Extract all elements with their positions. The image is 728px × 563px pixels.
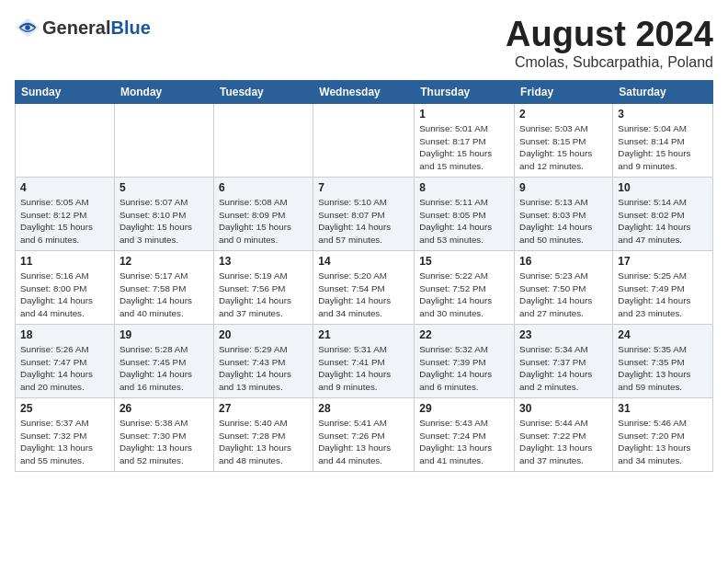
day-number: 17 <box>618 255 708 268</box>
day-info: Sunrise: 5:14 AM Sunset: 8:02 PM Dayligh… <box>618 196 708 247</box>
calendar-cell: 1Sunrise: 5:01 AM Sunset: 8:17 PM Daylig… <box>415 104 515 178</box>
day-number: 29 <box>419 402 509 415</box>
calendar-cell: 29Sunrise: 5:43 AM Sunset: 7:24 PM Dayli… <box>415 398 515 472</box>
day-number: 1 <box>419 108 509 121</box>
calendar-cell <box>16 104 115 178</box>
weekday-header: Saturday <box>613 81 713 104</box>
calendar-table: SundayMondayTuesdayWednesdayThursdayFrid… <box>15 80 713 472</box>
day-info: Sunrise: 5:32 AM Sunset: 7:39 PM Dayligh… <box>419 343 509 394</box>
day-info: Sunrise: 5:29 AM Sunset: 7:43 PM Dayligh… <box>219 343 308 394</box>
weekday-header: Thursday <box>415 81 515 104</box>
weekday-header: Tuesday <box>213 81 313 104</box>
calendar-week-row: 4Sunrise: 5:05 AM Sunset: 8:12 PM Daylig… <box>16 178 713 251</box>
day-number: 16 <box>519 255 608 268</box>
day-number: 23 <box>519 328 608 341</box>
calendar-cell: 25Sunrise: 5:37 AM Sunset: 7:32 PM Dayli… <box>16 398 115 472</box>
day-info: Sunrise: 5:26 AM Sunset: 7:47 PM Dayligh… <box>20 343 109 394</box>
day-number: 7 <box>318 181 409 194</box>
day-number: 8 <box>419 181 509 194</box>
day-info: Sunrise: 5:35 AM Sunset: 7:35 PM Dayligh… <box>618 343 708 394</box>
calendar-cell: 6Sunrise: 5:08 AM Sunset: 8:09 PM Daylig… <box>213 178 313 251</box>
day-info: Sunrise: 5:08 AM Sunset: 8:09 PM Dayligh… <box>219 196 308 247</box>
month-title: August 2024 <box>506 15 713 54</box>
day-info: Sunrise: 5:11 AM Sunset: 8:05 PM Dayligh… <box>419 196 509 247</box>
calendar-week-row: 25Sunrise: 5:37 AM Sunset: 7:32 PM Dayli… <box>16 398 713 472</box>
logo-blue-text: Blue <box>110 17 150 39</box>
day-info: Sunrise: 5:03 AM Sunset: 8:15 PM Dayligh… <box>519 122 608 173</box>
day-info: Sunrise: 5:25 AM Sunset: 7:49 PM Dayligh… <box>618 270 708 320</box>
day-number: 26 <box>119 402 209 415</box>
day-number: 14 <box>318 255 409 268</box>
day-number: 18 <box>20 328 109 341</box>
weekday-header: Monday <box>114 81 213 104</box>
calendar-cell: 7Sunrise: 5:10 AM Sunset: 8:07 PM Daylig… <box>313 178 415 251</box>
day-number: 30 <box>519 402 608 415</box>
day-info: Sunrise: 5:41 AM Sunset: 7:26 PM Dayligh… <box>318 417 409 467</box>
day-number: 12 <box>119 255 209 268</box>
calendar-week-row: 1Sunrise: 5:01 AM Sunset: 8:17 PM Daylig… <box>16 104 713 178</box>
calendar-cell: 9Sunrise: 5:13 AM Sunset: 8:03 PM Daylig… <box>515 178 613 251</box>
day-info: Sunrise: 5:23 AM Sunset: 7:50 PM Dayligh… <box>519 270 608 320</box>
calendar-week-row: 11Sunrise: 5:16 AM Sunset: 8:00 PM Dayli… <box>16 251 713 325</box>
calendar-cell: 18Sunrise: 5:26 AM Sunset: 7:47 PM Dayli… <box>16 325 115 398</box>
day-number: 13 <box>219 255 308 268</box>
day-info: Sunrise: 5:10 AM Sunset: 8:07 PM Dayligh… <box>318 196 409 247</box>
day-info: Sunrise: 5:40 AM Sunset: 7:28 PM Dayligh… <box>219 417 308 467</box>
calendar-cell: 27Sunrise: 5:40 AM Sunset: 7:28 PM Dayli… <box>213 398 313 472</box>
day-number: 3 <box>618 108 708 121</box>
day-number: 6 <box>219 181 308 194</box>
day-info: Sunrise: 5:28 AM Sunset: 7:45 PM Dayligh… <box>119 343 209 394</box>
calendar-cell: 3Sunrise: 5:04 AM Sunset: 8:14 PM Daylig… <box>613 104 713 178</box>
calendar-cell: 28Sunrise: 5:41 AM Sunset: 7:26 PM Dayli… <box>313 398 415 472</box>
weekday-header: Sunday <box>16 81 115 104</box>
calendar-cell: 24Sunrise: 5:35 AM Sunset: 7:35 PM Dayli… <box>613 325 713 398</box>
calendar-cell: 16Sunrise: 5:23 AM Sunset: 7:50 PM Dayli… <box>515 251 613 325</box>
day-number: 11 <box>20 255 109 268</box>
day-info: Sunrise: 5:46 AM Sunset: 7:20 PM Dayligh… <box>618 417 708 467</box>
day-info: Sunrise: 5:43 AM Sunset: 7:24 PM Dayligh… <box>419 417 509 467</box>
calendar-cell: 8Sunrise: 5:11 AM Sunset: 8:05 PM Daylig… <box>415 178 515 251</box>
day-info: Sunrise: 5:07 AM Sunset: 8:10 PM Dayligh… <box>119 196 209 247</box>
day-info: Sunrise: 5:01 AM Sunset: 8:17 PM Dayligh… <box>419 122 509 173</box>
calendar-cell: 2Sunrise: 5:03 AM Sunset: 8:15 PM Daylig… <box>515 104 613 178</box>
calendar-cell: 5Sunrise: 5:07 AM Sunset: 8:10 PM Daylig… <box>114 178 213 251</box>
page-header: General Blue August 2024 Cmolas, Subcarp… <box>15 15 713 71</box>
day-info: Sunrise: 5:34 AM Sunset: 7:37 PM Dayligh… <box>519 343 608 394</box>
day-number: 20 <box>219 328 308 341</box>
day-info: Sunrise: 5:44 AM Sunset: 7:22 PM Dayligh… <box>519 417 608 467</box>
calendar-cell: 10Sunrise: 5:14 AM Sunset: 8:02 PM Dayli… <box>613 178 713 251</box>
calendar-cell <box>114 104 213 178</box>
day-info: Sunrise: 5:20 AM Sunset: 7:54 PM Dayligh… <box>318 270 409 320</box>
day-number: 5 <box>119 181 209 194</box>
day-number: 28 <box>318 402 409 415</box>
calendar-cell: 13Sunrise: 5:19 AM Sunset: 7:56 PM Dayli… <box>213 251 313 325</box>
calendar-cell: 21Sunrise: 5:31 AM Sunset: 7:41 PM Dayli… <box>313 325 415 398</box>
calendar-week-row: 18Sunrise: 5:26 AM Sunset: 7:47 PM Dayli… <box>16 325 713 398</box>
calendar-cell: 14Sunrise: 5:20 AM Sunset: 7:54 PM Dayli… <box>313 251 415 325</box>
weekday-header: Wednesday <box>313 81 415 104</box>
calendar-cell <box>213 104 313 178</box>
calendar-cell: 22Sunrise: 5:32 AM Sunset: 7:39 PM Dayli… <box>415 325 515 398</box>
calendar-cell: 12Sunrise: 5:17 AM Sunset: 7:58 PM Dayli… <box>114 251 213 325</box>
logo: General Blue <box>15 15 151 40</box>
calendar-cell: 31Sunrise: 5:46 AM Sunset: 7:20 PM Dayli… <box>613 398 713 472</box>
calendar-cell: 17Sunrise: 5:25 AM Sunset: 7:49 PM Dayli… <box>613 251 713 325</box>
logo-general-text: General <box>42 17 110 39</box>
day-number: 22 <box>419 328 509 341</box>
day-info: Sunrise: 5:22 AM Sunset: 7:52 PM Dayligh… <box>419 270 509 320</box>
day-number: 9 <box>519 181 608 194</box>
day-info: Sunrise: 5:05 AM Sunset: 8:12 PM Dayligh… <box>20 196 109 247</box>
day-number: 2 <box>519 108 608 121</box>
day-number: 15 <box>419 255 509 268</box>
day-number: 4 <box>20 181 109 194</box>
weekday-header: Friday <box>515 81 613 104</box>
logo-icon <box>15 15 40 40</box>
day-number: 10 <box>618 181 708 194</box>
calendar-cell: 23Sunrise: 5:34 AM Sunset: 7:37 PM Dayli… <box>515 325 613 398</box>
calendar-cell: 26Sunrise: 5:38 AM Sunset: 7:30 PM Dayli… <box>114 398 213 472</box>
location-subtitle: Cmolas, Subcarpathia, Poland <box>506 54 713 71</box>
day-info: Sunrise: 5:38 AM Sunset: 7:30 PM Dayligh… <box>119 417 209 467</box>
day-info: Sunrise: 5:16 AM Sunset: 8:00 PM Dayligh… <box>20 270 109 320</box>
calendar-cell: 11Sunrise: 5:16 AM Sunset: 8:00 PM Dayli… <box>16 251 115 325</box>
calendar-cell: 19Sunrise: 5:28 AM Sunset: 7:45 PM Dayli… <box>114 325 213 398</box>
